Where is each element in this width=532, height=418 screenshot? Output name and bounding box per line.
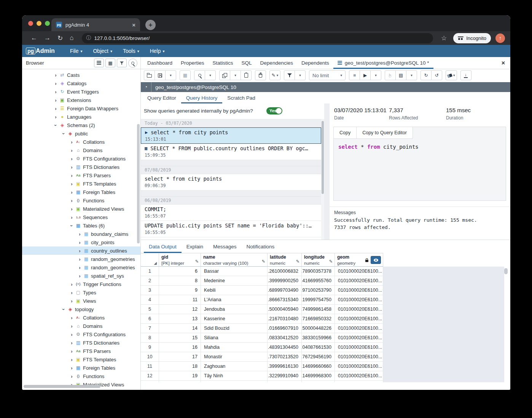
tree-item-fts-parsers[interactable]: ›AaFTS Parsers [22,347,140,355]
chevron-down-icon[interactable]: › [53,123,59,128]
output-vertical-scrollbar[interactable] [504,267,508,381]
cell-name[interactable]: Zaghouan [201,362,268,371]
cell-latitude[interactable]: .48391304450 [268,343,302,352]
close-icon[interactable]: × [502,60,505,67]
cell-name[interactable]: Kasserine [201,314,268,323]
cell-geom[interactable]: 0101000020E6100... [335,371,383,380]
tab-query-tool[interactable]: geo_test/postgres@PostgreSQL 10 * [333,57,433,69]
cell-name[interactable]: Tây Ninh [201,371,268,380]
tab-statistics[interactable]: Statistics [209,57,237,69]
history-entry[interactable]: ▦SELECT * FROM public.country_outlines O… [141,144,321,160]
cell-gid[interactable]: 6 [159,267,201,276]
cell-longitude[interactable]: 0.76729456190 [302,352,335,361]
cell-latitude[interactable]: .21670310480 [268,314,302,323]
commit-button[interactable]: ↻ [421,70,432,80]
cell-name[interactable]: Monastir [201,352,268,361]
home-icon[interactable]: ⌂ [70,34,73,42]
new-tab-button[interactable]: + [145,20,156,30]
chevron-right-icon[interactable]: › [53,106,58,111]
chevron-right-icon[interactable]: › [77,256,82,262]
tree-item-city-points[interactable]: ›▦city_points [22,238,140,246]
rollback-button[interactable]: ↺ [431,70,442,80]
column-header-name[interactable]: namecharacter varying (100)✎ [201,253,268,266]
cell-latitude[interactable]: .39999900250 [268,276,302,285]
menu-object[interactable]: Object▾ [93,48,112,54]
cell-geom[interactable]: 0101000020E6100... [335,352,383,361]
url-bar[interactable]: ⓘ 127.0.0.1:5050/browser/ [82,33,433,43]
row-number[interactable] [141,381,159,382]
cell-geom[interactable]: 0101000020E6100... [335,276,383,285]
tree-item-fts-dictionaries[interactable]: ›▥FTS Dictionaries [22,339,140,347]
play-button[interactable]: ▶ [360,70,371,80]
cell-name[interactable]: Medenine [201,276,268,285]
chevron-right-icon[interactable]: › [69,156,74,162]
cell-name[interactable]: Kebili [201,286,268,295]
tree-item-fts-configurations[interactable]: ›⚙FTS Configurations [22,154,140,163]
paste-button[interactable] [241,70,252,80]
cell-latitude[interactable] [268,381,302,382]
chevron-right-icon[interactable]: › [69,164,74,170]
chevron-down-button[interactable]: ▾ [165,70,176,80]
profile-avatar[interactable]: ↑ [495,33,505,43]
history-entry[interactable]: UPDATE public.city_points SET name = 'Fl… [141,221,321,237]
cell-longitude[interactable]: 8.97100253790 [302,286,335,295]
cell-name[interactable]: Jendouba [201,305,268,314]
cell-latitude[interactable]: .39999616130 [268,362,302,371]
grid-button[interactable]: ▦ [105,59,115,67]
cell-gid[interactable]: 9 [159,286,201,295]
cell-latitude[interactable]: .01669607910 [268,324,302,333]
database-button[interactable] [94,59,104,67]
tab-dependents[interactable]: Dependents [297,57,333,69]
column-header-gid[interactable]: gid[PK] integer✎ [159,253,201,266]
cell-latitude[interactable]: .08330412520 [268,333,302,342]
cell-latitude[interactable]: .73070213520 [268,352,302,361]
chevron-right-icon[interactable]: › [69,348,74,354]
list-button[interactable]: ▤ [395,70,406,80]
chevron-right-icon[interactable]: › [77,248,82,254]
history-entry[interactable]: ▶select * from city_points15:13:01 [141,127,321,144]
cell-geom[interactable] [335,381,383,382]
tab-dashboard[interactable]: Dashboard [143,57,177,69]
tree-item-views[interactable]: ›▣Views [22,297,140,305]
sidebar-vertical-scrollbar[interactable] [137,124,140,243]
chevron-right-icon[interactable]: › [69,198,74,203]
chevron-right-icon[interactable]: › [69,315,74,321]
cell-latitude[interactable]: .86667315340 [268,295,302,304]
row-number[interactable]: 11 [141,362,159,371]
row-number[interactable]: 6 [141,314,159,323]
cell-geom[interactable]: 0101000020E6100... [335,343,383,352]
chevron-right-icon[interactable]: › [77,273,82,279]
cell-gid[interactable]: 12 [159,305,201,314]
tree-item-schemas-2[interactable]: ›◈Schemas (2) [22,121,140,129]
tree-item-catalogs[interactable]: ›◈Catalogs [22,79,140,87]
forward-icon[interactable]: → [44,34,51,42]
cell-name[interactable]: L'Ariana [201,295,268,304]
eye-button[interactable] [371,256,381,264]
cell-longitude[interactable]: 9.50000448226 [302,324,335,333]
filter-button[interactable] [117,59,127,67]
save-button[interactable] [155,70,166,80]
cell-gid[interactable]: 8 [159,276,201,285]
chevron-right-icon[interactable]: › [69,139,74,145]
edit-grid-button[interactable]: ▦ [180,70,191,80]
tab-notifications[interactable]: Notifications [242,240,280,253]
cell-latitude[interactable]: .26100006832 [268,267,302,276]
chevron-down-icon[interactable]: › [69,223,75,228]
browser-tab[interactable]: pg pgAdmin 4 × [51,18,140,31]
chevron-right-icon[interactable]: › [53,81,58,86]
cell-gid[interactable]: 17 [159,352,201,361]
download-button[interactable] [460,70,471,80]
cell-geom[interactable]: 0101000020E6100... [335,333,383,342]
cell-name[interactable]: Bassar [201,267,268,276]
cell-name[interactable]: Mahdia [201,343,268,352]
cell-gid[interactable]: 15 [159,333,201,342]
cell-gid[interactable]: 16 [159,343,201,352]
tree-item-types[interactable]: ›▢Types [22,288,140,297]
row-limit-select[interactable]: No limit▾ [309,70,346,80]
chevron-right-icon[interactable]: › [69,148,74,153]
chevron-right-icon[interactable]: › [69,173,74,178]
tab-close-icon[interactable]: × [132,22,135,28]
chevron-down-button[interactable]: ▾ [295,70,306,80]
cell-gid[interactable]: 19 [159,371,201,380]
cell-name[interactable]: Sdid Bouzid [201,324,268,333]
